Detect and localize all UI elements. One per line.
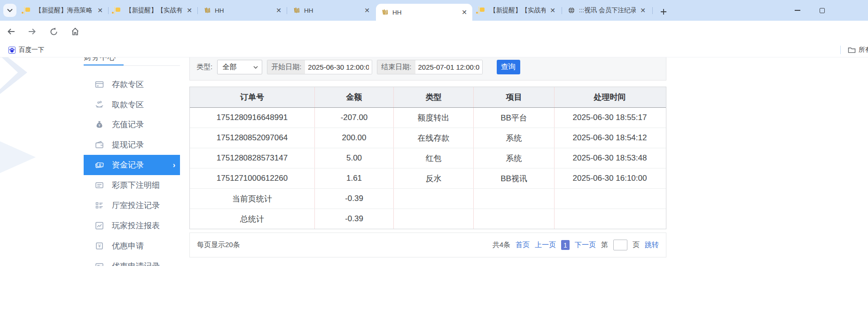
watermark-chevron	[0, 57, 27, 97]
cell-summary-label: 总统计	[190, 209, 315, 229]
forward-button[interactable]	[25, 25, 39, 38]
tab-close-icon[interactable]: ✕	[548, 6, 557, 15]
home-button[interactable]	[69, 25, 82, 38]
end-date-input[interactable]	[415, 60, 482, 74]
total-count-text: 共4条	[493, 241, 510, 249]
sidebar-item-label: 资金记录	[112, 160, 144, 170]
cell-empty	[555, 209, 665, 229]
all-bookmarks-label: 所有书签	[859, 46, 868, 54]
globe-icon	[568, 7, 575, 14]
first-page-link[interactable]: 首页	[516, 241, 530, 249]
tab-close-icon[interactable]: ✕	[96, 6, 104, 15]
grid-list-icon	[95, 201, 104, 210]
back-arrow-icon	[7, 27, 16, 36]
sidebar-item-label: 提现记录	[112, 139, 144, 150]
sidebar-item-promo-apply-records[interactable]: ¥ 优惠申请记录	[84, 256, 180, 266]
tab-divider	[197, 7, 198, 14]
tab-search-button[interactable]	[3, 4, 16, 17]
cell-empty	[394, 189, 474, 209]
forum-comment-icon	[478, 7, 486, 14]
all-bookmarks-button[interactable]: 所有书签	[848, 44, 868, 56]
sidebar-item-withdraw-zone[interactable]: 取款专区	[84, 95, 180, 115]
promo-yen-icon: ¥	[95, 241, 104, 250]
search-button[interactable]: 查询	[497, 60, 520, 74]
column-header-type: 类型	[394, 87, 474, 107]
cell-amount: -207.00	[315, 108, 394, 128]
sidebar-item-player-bet-report[interactable]: 玩家投注报表	[84, 216, 180, 236]
window-minimize-button[interactable]	[787, 3, 808, 18]
end-date-group: 结束日期:	[377, 60, 482, 74]
cell-empty	[394, 209, 474, 229]
plus-icon	[660, 8, 667, 15]
table-row: 1751271000612260 1.61 反水 BB视讯 2025-06-30…	[190, 169, 666, 189]
cell-order-no: 1751280852097064	[190, 128, 315, 148]
cell-order-no: 1751271000612260	[190, 169, 315, 188]
tab-close-icon[interactable]: ✕	[274, 6, 283, 15]
svg-text:¥: ¥	[100, 265, 102, 266]
cell-summary-label: 当前页统计	[190, 189, 315, 209]
type-select-value: 全部	[222, 63, 236, 72]
money-bag-icon: ¥	[95, 120, 104, 129]
tab-divider	[287, 7, 287, 14]
back-button[interactable]	[5, 25, 18, 38]
sidebar-item-deposit-zone[interactable]: 存款专区	[84, 74, 180, 95]
jump-suffix-text: 页	[633, 241, 640, 249]
type-select[interactable]: 全部	[217, 60, 262, 74]
start-date-input[interactable]	[305, 60, 372, 74]
sidebar-item-recharge-records[interactable]: ¥ 充值记录	[84, 114, 180, 135]
cell-amount: 1.61	[315, 169, 394, 188]
browser-tab-2[interactable]: 【新提醒】【实战有 ✕	[109, 3, 197, 17]
new-tab-button[interactable]	[657, 5, 670, 18]
jump-page-input[interactable]	[613, 240, 627, 250]
browser-tab-4[interactable]: HH ✕	[288, 3, 375, 17]
tab-close-icon[interactable]: ✕	[639, 6, 647, 15]
browser-tab-1[interactable]: 【新提醒】海燕策略 ✕	[19, 3, 108, 17]
window-maximize-button[interactable]	[811, 3, 833, 18]
banknotes-icon	[95, 161, 104, 169]
browser-tab-7[interactable]: :::视讯 会员下注纪录 ✕	[563, 3, 651, 17]
column-header-order-no: 订单号	[190, 87, 315, 107]
folder-icon	[848, 47, 856, 54]
sidebar-divider	[84, 65, 180, 66]
sidebar-item-fund-records[interactable]: 资金记录 ›	[84, 155, 180, 175]
jump-action-link[interactable]: 跳转	[645, 241, 659, 249]
sidebar-item-label: 取款专区	[112, 99, 144, 110]
sidebar-item-lottery-bet-details[interactable]: 彩票下注明细	[84, 175, 180, 195]
wallet-icon	[95, 140, 104, 149]
cell-process-time: 2025-06-30 18:55:17	[555, 108, 665, 128]
column-header-project: 项目	[474, 87, 555, 107]
table-row: 1751280828573147 5.00 红包 系统 2025-06-30 1…	[190, 148, 666, 169]
sidebar-section-title: 财务中心	[84, 57, 180, 62]
tab-title: :::视讯 会员下注纪录	[579, 6, 636, 15]
start-date-label: 开始日期:	[267, 60, 305, 74]
current-page-badge[interactable]: 1	[561, 240, 570, 250]
tab-close-icon[interactable]: ✕	[460, 8, 469, 16]
sidebar-item-label: 优惠申请记录	[112, 261, 160, 266]
cell-process-time: 2025-06-30 16:10:00	[555, 169, 665, 188]
browser-window: 【新提醒】海燕策略 ✕ 【新提醒】【实战有 ✕ HH ✕ HH ✕	[0, 0, 868, 313]
tab-title: HH	[304, 7, 360, 14]
tab-title: 【新提醒】海燕策略	[35, 6, 93, 15]
cell-type: 反水	[394, 169, 474, 188]
tab-close-icon[interactable]: ✕	[363, 6, 371, 15]
sidebar-item-promo-apply[interactable]: ¥ 优惠申请	[84, 236, 180, 256]
bookmark-baidu[interactable]: 百度一下	[5, 44, 48, 56]
cell-process-time: 2025-06-30 18:53:48	[555, 148, 665, 168]
browser-tab-5-active[interactable]: HH ✕	[376, 4, 472, 21]
page-content: 财务中心 存款专区 取款专区 ¥ 充值记录 提现记录 资金记录 › 彩票下注明细	[0, 57, 868, 266]
chevron-right-icon: ›	[173, 161, 175, 169]
cell-order-no: 1751280916648991	[190, 108, 315, 128]
sidebar-item-label: 厅室投注记录	[112, 200, 160, 211]
browser-tab-6[interactable]: 【新提醒】【实战有 ✕	[473, 3, 561, 17]
tab-divider	[108, 7, 109, 14]
prev-page-link[interactable]: 上一页	[535, 241, 556, 249]
sidebar-item-withdrawal-records[interactable]: 提现记录	[84, 135, 180, 155]
tab-close-icon[interactable]: ✕	[185, 6, 194, 15]
list-card-icon	[95, 181, 104, 190]
tab-title: HH	[215, 7, 272, 14]
next-page-link[interactable]: 下一页	[575, 241, 596, 249]
svg-text:¥: ¥	[98, 244, 101, 249]
browser-tab-3[interactable]: HH ✕	[198, 3, 287, 17]
sidebar-item-hall-bet-records[interactable]: 厅室投注记录	[84, 195, 180, 216]
reload-button[interactable]	[47, 25, 60, 38]
